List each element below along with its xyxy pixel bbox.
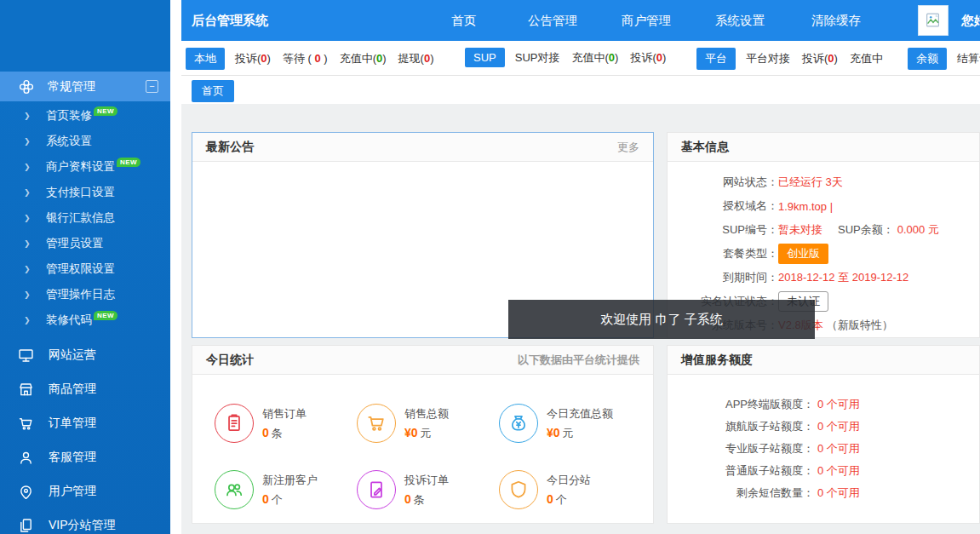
sidebar-section-label: 商品管理 (49, 382, 96, 397)
info-label: 网站状态： (668, 175, 778, 190)
chevron-right-icon: ❯ (24, 188, 46, 197)
status-badge-3[interactable]: 余额 (908, 48, 947, 70)
sidebar-section-3[interactable]: 客服管理 (0, 440, 170, 474)
monitor-icon (17, 347, 35, 365)
status-item-count: 0 (656, 51, 662, 64)
sidebar-section-label: VIP分站管理 (49, 518, 116, 533)
sidebar-section-0[interactable]: 网站运营 (0, 338, 170, 372)
status-badge-0[interactable]: 本地 (186, 48, 225, 70)
topnav-item-1[interactable]: 公告管理 (528, 0, 577, 41)
service-quota-panel: 增值服务额度 APP终端版额度：0 个可用旗航版子站额度：0 个可用专业版子站额… (667, 345, 980, 524)
status-item-label: ) (430, 52, 433, 65)
avatar[interactable] (918, 5, 948, 36)
tab-home[interactable]: 首页 (192, 80, 234, 102)
sidebar-section-4[interactable]: 用户管理 (0, 474, 170, 508)
status-item-count: 0 (261, 52, 266, 65)
status-item[interactable]: SUP对接 (515, 50, 560, 66)
sidebar-subitem-0[interactable]: ❯首页装修NEW (0, 103, 170, 129)
quota-value: 0 个可用 (817, 441, 860, 456)
order-icon (215, 404, 254, 443)
sidebar-section-2[interactable]: 订单管理 (0, 406, 170, 440)
sidebar: 常规管理 − ❯首页装修NEW❯系统设置❯商户资料设置NEW❯支付接口设置❯银行… (0, 0, 170, 534)
moneybag-icon (499, 404, 538, 443)
status-item[interactable]: 投诉(0) (630, 50, 666, 66)
status-item[interactable]: 提现(0) (398, 51, 434, 66)
status-item-label: ) (615, 51, 618, 64)
sidebar-subitem-7[interactable]: ❯管理操作日志 (0, 282, 170, 307)
quota-row-0: APP终端版额度：0 个可用 (668, 393, 979, 416)
chevron-right-icon: ❯ (24, 316, 46, 324)
info-row-1: 授权域名：1.9km.top | (668, 194, 979, 218)
quota-label: 剩余短信数量： (668, 485, 814, 501)
user-greeting[interactable]: 您好 (961, 0, 980, 41)
chevron-right-icon: ❯ (24, 137, 46, 146)
info-row-4: 到期时间：2018-12-12 至 2019-12-12 (668, 266, 979, 290)
status-item-label: ) (834, 52, 838, 65)
new-badge: NEW (94, 311, 117, 320)
page-title: 后台管理系统 (192, 0, 268, 41)
status-item[interactable]: 充值中(0) (340, 51, 387, 66)
status-item-label: ) (267, 52, 271, 65)
collapse-icon[interactable]: − (146, 80, 158, 93)
sidebar-subitem-label: 银行汇款信息 (46, 210, 115, 226)
status-item[interactable]: 结算记录 (957, 51, 980, 66)
quota-value: 0 个可用 (817, 463, 860, 479)
stat-value: 0个 (547, 492, 591, 508)
more-link[interactable]: 更多 (617, 140, 639, 155)
stat-4: 投诉订单0条 (357, 470, 499, 509)
sidebar-section-5[interactable]: VIP分站管理 (0, 508, 170, 534)
info-value: 2018-12-12 至 2019-12-12 (778, 270, 908, 285)
chevron-right-icon: ❯ (24, 214, 46, 222)
stat-number: 0 (404, 492, 411, 506)
sidebar-subitem-8[interactable]: ❯装修代码NEW (0, 307, 170, 333)
stat-value: 0个 (262, 492, 318, 508)
topnav-item-4[interactable]: 清除缓存 (811, 0, 861, 41)
stat-texts: 新注册客户0个 (262, 473, 318, 508)
status-group-2: 平台平台对接投诉(0)充值中 (696, 48, 895, 70)
plan-badge[interactable]: 创业版 (778, 244, 828, 264)
sidebar-subitem-4[interactable]: ❯银行汇款信息 (0, 205, 170, 231)
status-item[interactable]: 等待 ( 0 ) (283, 51, 328, 66)
status-item[interactable]: 平台对接 (746, 51, 790, 66)
sidebar-subitem-2[interactable]: ❯商户资料设置NEW (0, 154, 170, 180)
sidebar-subitem-3[interactable]: ❯支付接口设置 (0, 180, 170, 205)
basic-info-title: 基本信息 (681, 140, 729, 155)
status-item[interactable]: 充值中(0) (571, 50, 618, 66)
quota-label: 专业版子站额度： (668, 441, 814, 456)
info-value: 1.9km.top | (778, 200, 833, 213)
info-value: SUP余额： (838, 222, 894, 238)
info-value: 暂未对接 (778, 222, 822, 238)
topnav-item-0[interactable]: 首页 (451, 0, 476, 41)
service-quota-body: APP终端版额度：0 个可用旗航版子站额度：0 个可用专业版子站额度：0 个可用… (668, 375, 979, 504)
stat-value: 0条 (262, 426, 307, 441)
status-badge-2[interactable]: 平台 (696, 48, 736, 70)
quota-value: 0 个可用 (817, 419, 860, 434)
status-item-count: 0 (609, 51, 615, 64)
sidebar-subitem-label: 支付接口设置 (46, 185, 115, 200)
status-item[interactable]: 充值中 (850, 51, 883, 66)
chevron-right-icon: ❯ (24, 290, 46, 299)
topnav-item-2[interactable]: 商户管理 (622, 0, 671, 41)
quota-row-4: 剩余短信数量：0 个可用 (668, 482, 979, 504)
status-bar: 本地投诉(0)等待 ( 0 )充值中(0)提现(0)SUPSUP对接充值中(0)… (181, 41, 980, 76)
stat-texts: 投诉订单0条 (404, 473, 449, 508)
quota-value: 0 个可用 (817, 397, 860, 412)
sidebar-subitem-6[interactable]: ❯管理权限设置 (0, 256, 170, 282)
quota-row-2: 专业版子站额度：0 个可用 (668, 438, 979, 460)
stat-texts: 今日分站0个 (547, 473, 591, 508)
stat-number: 0 (547, 492, 553, 506)
sidebar-subitem-1[interactable]: ❯系统设置 (0, 129, 170, 154)
sidebar-section-1[interactable]: 商品管理 (0, 372, 170, 406)
sidebar-section-label: 网站运营 (49, 347, 96, 363)
info-value: 已经运行 3天 (778, 175, 843, 190)
sidebar-subitem-5[interactable]: ❯管理员设置 (0, 231, 170, 256)
service-quota-title: 增值服务额度 (681, 353, 753, 368)
status-item[interactable]: 投诉(0) (235, 51, 271, 66)
stat-3: 新注册客户0个 (215, 470, 357, 509)
status-item[interactable]: 投诉(0) (802, 51, 838, 66)
status-badge-1[interactable]: SUP (465, 48, 505, 67)
topnav-item-3[interactable]: 系统设置 (715, 0, 765, 41)
sidebar-group-general[interactable]: 常规管理 − (0, 72, 170, 101)
chevron-right-icon: ❯ (24, 112, 46, 120)
status-item-label: 提现( (398, 52, 424, 65)
